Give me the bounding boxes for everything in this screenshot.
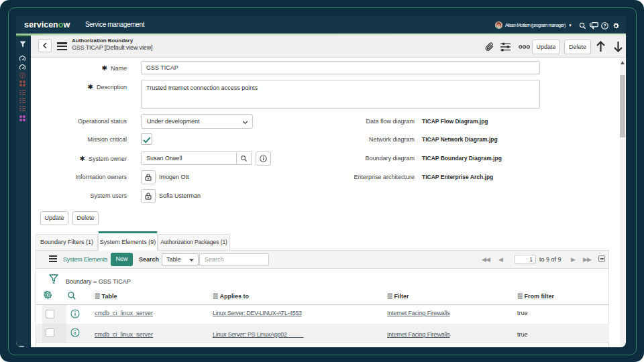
svg-text:?: ?	[603, 23, 606, 28]
